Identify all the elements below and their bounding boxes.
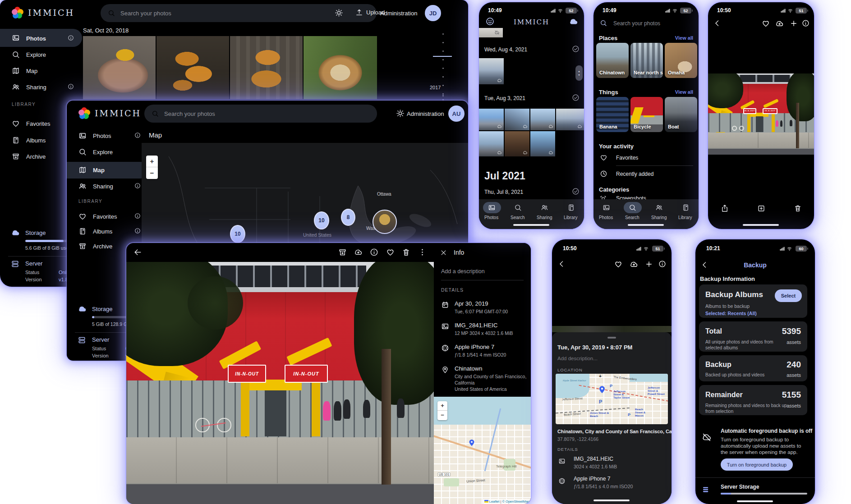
- map-cluster-marker[interactable]: 10: [314, 211, 329, 229]
- photo-thumbnail[interactable]: [304, 36, 377, 99]
- nav-tab-library[interactable]: Library: [564, 215, 578, 220]
- photo-thumbnail[interactable]: [83, 36, 156, 99]
- search-bar[interactable]: [144, 105, 377, 123]
- zoom-in-button[interactable]: +: [437, 401, 447, 411]
- share-button[interactable]: [721, 204, 729, 212]
- sidebar-item-explore[interactable]: Explore: [26, 51, 46, 58]
- home-indicator[interactable]: [737, 500, 773, 502]
- add-button[interactable]: [790, 19, 798, 27]
- favorite-button[interactable]: [386, 248, 395, 257]
- select-albums-button[interactable]: Select: [775, 289, 802, 302]
- profile-smiley-icon[interactable]: [485, 17, 495, 26]
- nav-tab-photos[interactable]: Photos: [484, 215, 498, 220]
- photo-thumbnail[interactable]: [556, 109, 584, 130]
- select-day-checkbox[interactable]: [572, 94, 580, 101]
- home-indicator[interactable]: [743, 224, 779, 226]
- zoom-out-button[interactable]: −: [437, 411, 447, 420]
- add-to-album-button[interactable]: [757, 204, 765, 212]
- close-info-button[interactable]: [440, 249, 447, 256]
- sidebar-item-photos[interactable]: Photos: [93, 133, 111, 139]
- add-button[interactable]: [645, 260, 653, 268]
- upload-cloud-button[interactable]: [630, 260, 638, 269]
- info-icon[interactable]: [68, 35, 74, 41]
- photo-thumbnail[interactable]: [505, 109, 529, 130]
- home-indicator[interactable]: [628, 224, 664, 226]
- place-card[interactable]: Near north side: [630, 43, 663, 78]
- more-button[interactable]: [418, 248, 427, 257]
- info-sheet[interactable]: Tue, Apr 30, 2019 • 8:07 PM Add descript…: [552, 332, 672, 504]
- search-input[interactable]: [164, 110, 370, 117]
- sidebar-item-explore[interactable]: Explore: [93, 149, 113, 156]
- info-button[interactable]: [802, 19, 810, 27]
- theme-toggle-button[interactable]: [396, 109, 405, 118]
- home-indicator[interactable]: [513, 224, 549, 226]
- photo-thumbnail[interactable]: [479, 109, 504, 130]
- activity-favorites[interactable]: Favorites: [616, 155, 638, 161]
- upload-cloud-button[interactable]: [775, 19, 784, 28]
- back-button[interactable]: [133, 248, 142, 257]
- nav-tab-search[interactable]: Search: [625, 215, 639, 220]
- thing-card[interactable]: Bicycle: [630, 97, 663, 132]
- leaflet-link[interactable]: Leaflet: [489, 499, 500, 504]
- user-avatar[interactable]: AU: [448, 105, 465, 122]
- search-input[interactable]: [120, 10, 369, 17]
- photo-viewer-image[interactable]: IN-N-OUT IN-N-OUT: [126, 262, 434, 504]
- photo-thumbnail[interactable]: [530, 109, 555, 130]
- photo-thumbnail[interactable]: [530, 131, 555, 156]
- photo-viewer-image[interactable]: IN-N-OUT IN-N-OUT: [708, 73, 814, 155]
- nav-tab-library[interactable]: Library: [678, 215, 692, 220]
- turn-on-foreground-backup-button[interactable]: Turn on foreground backup: [721, 458, 793, 471]
- download-button[interactable]: [354, 248, 363, 257]
- nav-tab-search[interactable]: Search: [511, 215, 525, 220]
- photos-icon[interactable]: [488, 204, 496, 211]
- nav-tab-photos[interactable]: Photos: [599, 215, 613, 220]
- things-view-all[interactable]: View all: [675, 89, 693, 95]
- map-attribution[interactable]: Leaflet | © OpenStreetMap: [483, 499, 531, 504]
- sharing-icon[interactable]: [541, 204, 548, 211]
- photo-thumbnail[interactable]: [479, 131, 504, 156]
- place-card[interactable]: Omaha: [665, 43, 697, 78]
- sharing-icon[interactable]: [655, 204, 663, 211]
- thing-card[interactable]: Boat: [665, 97, 697, 132]
- sheet-drag-handle[interactable]: [607, 337, 616, 339]
- info-icon[interactable]: [134, 228, 141, 234]
- delete-button[interactable]: [402, 248, 410, 257]
- back-button[interactable]: [701, 261, 708, 269]
- info-mini-map[interactable]: US 101 Union Street Telegraph Hill + − L…: [434, 397, 531, 504]
- thing-card[interactable]: Banana: [596, 97, 629, 132]
- info-button[interactable]: [658, 260, 666, 268]
- delete-button[interactable]: [794, 204, 802, 212]
- map-cluster-marker[interactable]: 10: [230, 225, 245, 243]
- user-avatar[interactable]: JD: [425, 5, 441, 21]
- info-icon[interactable]: [134, 213, 141, 219]
- back-button[interactable]: [558, 260, 566, 268]
- sidebar-item-archive[interactable]: Archive: [93, 243, 112, 250]
- sidebar-item-albums[interactable]: Albums: [93, 228, 112, 235]
- favorite-button[interactable]: [614, 260, 622, 268]
- place-card[interactable]: Chinatown: [596, 43, 629, 78]
- sidebar-item-favorites[interactable]: Favorites: [93, 213, 117, 220]
- sidebar-item-favorites[interactable]: Favorites: [26, 120, 50, 127]
- scrollbar-handle[interactable]: ▲▼: [575, 65, 583, 81]
- nav-tab-sharing[interactable]: Sharing: [651, 215, 667, 220]
- minimap-zoom-control[interactable]: + −: [437, 401, 447, 420]
- back-button[interactable]: [713, 19, 721, 27]
- nav-tab-sharing[interactable]: Sharing: [537, 215, 552, 220]
- info-icon[interactable]: [134, 183, 141, 189]
- select-day-checkbox[interactable]: [572, 188, 580, 195]
- photo-thumbnail[interactable]: [479, 58, 504, 84]
- zoom-in-button[interactable]: +: [146, 156, 158, 167]
- search-input[interactable]: Search your photos: [613, 20, 660, 27]
- description-input[interactable]: Add description...: [557, 356, 598, 361]
- search-icon[interactable]: [514, 204, 522, 211]
- map-zoom-control[interactable]: + −: [146, 156, 158, 179]
- activity-recent[interactable]: Recently added: [616, 171, 653, 177]
- info-button[interactable]: [370, 248, 378, 257]
- home-indicator[interactable]: [593, 499, 630, 501]
- sidebar-item-sharing[interactable]: Sharing: [93, 183, 113, 190]
- zoom-out-button[interactable]: −: [146, 167, 158, 179]
- osm-link[interactable]: © OpenStreetMap: [502, 499, 529, 504]
- photos-icon[interactable]: [603, 204, 610, 211]
- map-photo-marker[interactable]: [373, 210, 397, 234]
- library-icon[interactable]: [567, 204, 575, 211]
